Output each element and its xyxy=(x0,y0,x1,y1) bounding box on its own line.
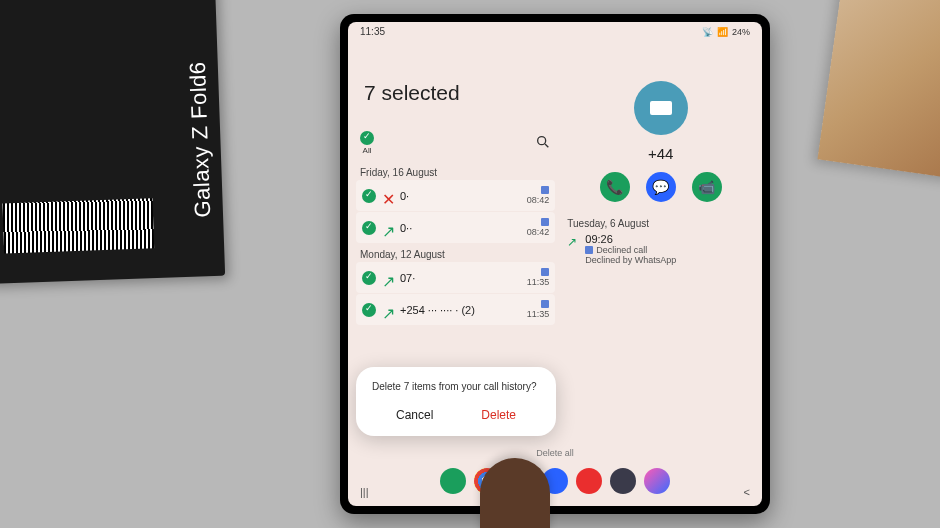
outgoing-call-icon: ↗ xyxy=(382,222,394,234)
delete-button[interactable]: Delete xyxy=(473,404,524,426)
svg-point-0 xyxy=(538,136,546,144)
nav-recents[interactable]: ||| xyxy=(360,486,369,498)
call-item[interactable]: ↗ 07· 11:35 xyxy=(356,262,555,293)
call-time: 11:35 xyxy=(527,268,550,287)
screen: 11:35 📡 📶 24% 7 selected All xyxy=(348,22,762,506)
select-all-button[interactable]: All xyxy=(360,131,374,155)
call-list: ✕ 0· 08:42 ↗ 0·· 08:42 xyxy=(356,180,555,243)
history-time: 09:26 xyxy=(585,233,676,245)
wood-block xyxy=(817,0,940,179)
history-status: Declined call xyxy=(585,245,676,255)
video-button[interactable]: 📹 xyxy=(692,172,722,202)
dock-samsung-app[interactable] xyxy=(644,468,670,494)
outgoing-call-icon: ↗ xyxy=(382,272,394,284)
dock xyxy=(348,464,762,498)
battery-label: 24% xyxy=(732,27,750,37)
svg-line-1 xyxy=(545,144,548,147)
status-right: 📡 📶 24% xyxy=(702,27,750,37)
message-icon: 💬 xyxy=(652,179,669,195)
dock-app-6[interactable] xyxy=(610,468,636,494)
all-label: All xyxy=(363,146,372,155)
check-icon xyxy=(360,131,374,145)
call-number: 0·· xyxy=(400,222,521,234)
dock-phone-app[interactable] xyxy=(440,468,466,494)
outgoing-call-icon: ↗ xyxy=(382,304,394,316)
dialog-actions: Cancel Delete xyxy=(372,404,540,426)
contact-history: Tuesday, 6 August ↗ 09:26 Declined call … xyxy=(567,218,754,265)
delete-dialog: Delete 7 items from your call history? C… xyxy=(356,367,556,436)
sim-icon xyxy=(541,218,549,226)
status-time: 11:35 xyxy=(360,26,385,37)
check-icon xyxy=(362,221,376,235)
toolbar: All xyxy=(356,125,555,161)
device-frame: 11:35 📡 📶 24% 7 selected All xyxy=(340,14,770,514)
nav-back[interactable]: < xyxy=(744,486,750,498)
history-date: Tuesday, 6 August xyxy=(567,218,754,229)
call-item[interactable]: ↗ 0·· 08:42 xyxy=(356,212,555,243)
product-brand-label: Galaxy Z Fold6 xyxy=(185,61,216,218)
product-box: Galaxy Z Fold6 xyxy=(0,0,225,284)
missed-call-icon: ✕ xyxy=(382,190,394,202)
dock-app-5[interactable] xyxy=(576,468,602,494)
outgoing-call-icon: ↗ xyxy=(567,235,577,265)
sim-icon xyxy=(541,186,549,194)
call-list: ↗ 07· 11:35 ↗ +254 ··· ···· · (2) 11:35 xyxy=(356,262,555,325)
page-title: 7 selected xyxy=(364,81,547,105)
check-icon xyxy=(362,189,376,203)
cancel-button[interactable]: Cancel xyxy=(388,404,441,426)
history-entry[interactable]: ↗ 09:26 Declined call Declined by WhatsA… xyxy=(567,233,754,265)
check-icon xyxy=(362,303,376,317)
right-panel: +44 📞 💬 📹 Tuesday, 6 August ↗ 09:26 Decl… xyxy=(563,41,762,506)
signal-icon: 📡 xyxy=(702,27,713,37)
search-button[interactable] xyxy=(535,134,551,153)
contact-number: +44 xyxy=(648,145,673,162)
search-icon xyxy=(535,134,551,150)
action-row: 📞 💬 📹 xyxy=(600,172,722,202)
call-number: +254 ··· ···· · (2) xyxy=(400,304,521,316)
dialog-message: Delete 7 items from your call history? xyxy=(372,381,540,392)
section-header: Monday, 12 August xyxy=(356,243,555,262)
check-icon xyxy=(362,271,376,285)
avatar[interactable] xyxy=(634,81,688,135)
call-time: 08:42 xyxy=(527,218,550,237)
call-number: 0· xyxy=(400,190,521,202)
left-panel: 7 selected All Friday, 16 August xyxy=(348,41,563,506)
wifi-icon: 📶 xyxy=(717,27,728,37)
content: 7 selected All Friday, 16 August xyxy=(348,41,762,506)
call-item[interactable]: ✕ 0· 08:42 xyxy=(356,180,555,211)
message-button[interactable]: 💬 xyxy=(646,172,676,202)
call-time: 11:35 xyxy=(527,300,550,319)
status-bar: 11:35 📡 📶 24% xyxy=(348,22,762,41)
sim-icon xyxy=(541,300,549,308)
flag-icon xyxy=(650,101,672,115)
call-button[interactable]: 📞 xyxy=(600,172,630,202)
sim-icon xyxy=(541,268,549,276)
video-icon: 📹 xyxy=(698,179,715,195)
call-item[interactable]: ↗ +254 ··· ···· · (2) 11:35 xyxy=(356,294,555,325)
delete-all-label[interactable]: Delete all xyxy=(536,448,574,458)
contact-card: +44 📞 💬 📹 xyxy=(567,81,754,202)
title-area: 7 selected xyxy=(356,41,555,125)
sim-icon xyxy=(585,246,593,254)
barcode-icon xyxy=(3,198,155,253)
phone-icon: 📞 xyxy=(606,179,623,195)
section-header: Friday, 16 August xyxy=(356,161,555,180)
call-time: 08:42 xyxy=(527,186,550,205)
call-number: 07· xyxy=(400,272,521,284)
finger xyxy=(480,458,550,528)
history-via: Declined by WhatsApp xyxy=(585,255,676,265)
